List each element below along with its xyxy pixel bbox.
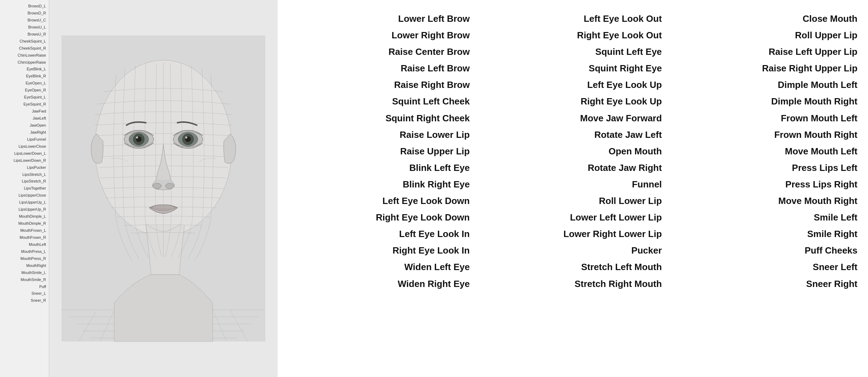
label-item: Open Mouth [477,143,669,160]
param-item: EyeBlink_L [0,66,49,73]
label-item: Widen Right Eye [285,276,477,292]
param-item: EyeOpen_R [0,87,49,94]
param-item: LipsUpperClose [0,192,49,199]
param-item: BrowsU_C [0,17,49,24]
param-item: MouthSmile_R [0,276,49,283]
label-item: Right Eye Look In [285,242,477,259]
face-viewport [49,0,278,377]
param-item: MouthPress_R [0,255,49,262]
label-item: Frown Mouth Left [669,110,861,127]
param-item: LipsLowerDown_L [0,150,49,157]
label-item: Press Lips Right [669,176,861,193]
label-item: Right Eye Look Out [477,27,669,44]
param-item: MouthPress_L [0,248,49,255]
label-item: Roll Upper Lip [669,27,861,44]
param-item: MouthRight [0,262,49,269]
label-item: Left Eye Look Out [477,11,669,27]
label-item: Rotate Jaw Right [477,160,669,176]
param-item: EyeOpen_L [0,80,49,87]
label-item: Rotate Jaw Left [477,127,669,143]
param-item: MouthDimple_L [0,213,49,220]
param-item: MouthDimple_R [0,220,49,227]
label-item: Roll Lower Lip [477,193,669,209]
face-model [61,30,265,347]
param-item: JawRight [0,129,49,136]
label-item: Raise Upper Lip [285,143,477,160]
param-item: LipsStretch_L [0,171,49,178]
label-item: Sneer Right [669,276,861,292]
label-item: Lower Right Brow [285,27,477,44]
param-item: MouthFrown_L [0,227,49,234]
label-item: Raise Left Brow [285,60,477,77]
label-column-3: Close MouthRoll Upper LipRaise Left Uppe… [669,11,861,366]
param-item: EyeSquint_L [0,94,49,101]
label-item: Dimple Mouth Right [669,93,861,110]
label-item: Left Eye Look In [285,226,477,242]
label-item: Pucker [477,242,669,259]
parameter-list: BrowsD_LBrowsD_RBrowsU_CBrowsU_LBrowsU_R… [0,0,49,377]
param-item: BrowsU_L [0,24,49,31]
param-item: LipsLowerClose [0,143,49,150]
label-item: Raise Right Upper Lip [669,60,861,77]
label-item: Squint Left Eye [477,44,669,60]
svg-point-27 [166,183,174,189]
param-item: JawOpen [0,122,49,129]
label-item: Sneer Left [669,259,861,275]
label-item: Funnel [477,176,669,193]
param-item: LipsPucker [0,164,49,171]
label-item: Squint Right Eye [477,60,669,77]
label-item: Move Jaw Forward [477,110,669,127]
param-item: BrowsU_R [0,31,49,38]
param-item: LipsStretch_R [0,178,49,185]
label-item: Left Eye Look Up [477,77,669,93]
param-item: CheekSquint_R [0,45,49,52]
label-item: Blink Right Eye [285,176,477,193]
param-item: MouthSmile_L [0,269,49,276]
label-column-1: Lower Left BrowLower Right BrowRaise Cen… [285,11,477,366]
label-item: Squint Left Cheek [285,93,477,110]
label-item: Dimple Mouth Left [669,77,861,93]
param-item: EyeSquint_R [0,101,49,108]
svg-point-26 [153,183,161,189]
param-item: MouthFrown_R [0,234,49,241]
param-item: LipsUpperUp_L [0,199,49,206]
label-item: Raise Right Brow [285,77,477,93]
param-item: MouthLeft [0,241,49,248]
param-item: BrowsD_R [0,10,49,17]
label-item: Close Mouth [669,11,861,27]
label-item: Raise Left Upper Lip [669,44,861,60]
label-item: Stretch Right Mouth [477,276,669,292]
label-item: Blink Left Eye [285,160,477,176]
face-mesh-svg [61,30,265,347]
param-item: CheekSquint_L [0,38,49,45]
label-item: Squint Right Cheek [285,110,477,127]
label-item: Move Mouth Left [669,143,861,160]
param-item: LipsTogether [0,185,49,192]
labels-panel: Lower Left BrowLower Right BrowRaise Cen… [278,0,868,377]
label-item: Frown Mouth Right [669,127,861,143]
label-item: Puff Cheeks [669,242,861,259]
label-item: Smile Right [669,226,861,242]
param-item: Sneer_R [0,297,49,304]
svg-point-25 [185,136,187,139]
label-item: Lower Left Lower Lip [477,209,669,226]
label-item: Widen Left Eye [285,259,477,275]
label-item: Right Eye Look Up [477,93,669,110]
param-item: LipsLowerDown_R [0,157,49,164]
param-item: EyeBlink_R [0,73,49,80]
param-item: ChinUpperRaise [0,59,49,66]
label-item: Press Lips Left [669,160,861,176]
svg-point-20 [136,136,138,139]
label-item: Smile Left [669,209,861,226]
param-item: ChinLowerRaise [0,52,49,59]
param-item: JawLeft [0,115,49,122]
label-column-2: Left Eye Look OutRight Eye Look OutSquin… [477,11,669,366]
param-item: LipsUpperUp_R [0,206,49,213]
label-item: Lower Right Lower Lip [477,226,669,242]
param-item: LipsFunnel [0,136,49,143]
label-item: Raise Lower Lip [285,127,477,143]
param-item: Sneer_L [0,290,49,297]
label-item: Move Mouth Right [669,193,861,209]
label-item: Left Eye Look Down [285,193,477,209]
label-item: Right Eye Look Down [285,209,477,226]
